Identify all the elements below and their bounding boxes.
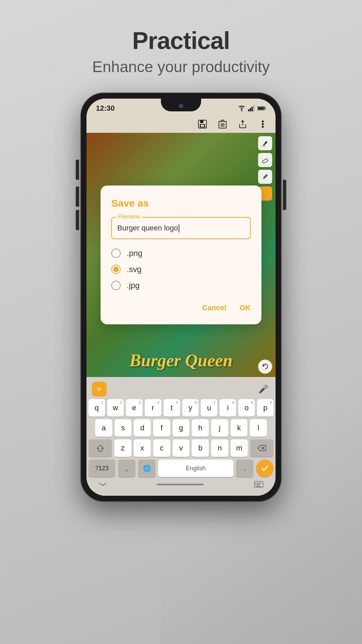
key-v[interactable]: v — [173, 439, 190, 457]
svg-point-1 — [241, 110, 242, 111]
phone-mockup: 12:30 — [77, 93, 285, 502]
svg-rect-8 — [258, 107, 264, 110]
svg-point-21 — [262, 123, 264, 125]
key-m[interactable]: m — [231, 439, 248, 457]
more-icon — [261, 120, 264, 128]
more-options-button[interactable] — [257, 118, 269, 130]
save-icon — [198, 119, 207, 129]
share-icon — [238, 119, 247, 129]
keyboard-mic-button[interactable]: 🎤 — [257, 382, 270, 396]
svg-rect-15 — [221, 120, 224, 121]
save-toolbar-button[interactable] — [196, 118, 208, 130]
app-toolbar — [86, 115, 276, 133]
status-time: 12:30 — [96, 104, 115, 113]
header-section: Practical Enhance your productivity — [92, 27, 269, 76]
svg-rect-37 — [256, 486, 261, 487]
key-i[interactable]: 8i — [220, 399, 236, 417]
key-h[interactable]: h — [192, 419, 209, 437]
globe-key[interactable]: 🌐 — [138, 460, 156, 477]
svg-marker-26 — [97, 445, 104, 451]
key-r[interactable]: 4r — [145, 399, 161, 417]
backspace-key[interactable] — [250, 439, 274, 457]
key-c[interactable]: c — [153, 439, 170, 457]
share-toolbar-button[interactable] — [237, 118, 249, 130]
key-p[interactable]: 0p — [257, 399, 274, 417]
svg-rect-31 — [257, 483, 258, 484]
key-n[interactable]: n — [211, 439, 228, 457]
signal-icon — [248, 105, 255, 111]
keyboard-row-3: z x c v b n m — [88, 439, 274, 457]
cancel-button[interactable]: Cancel — [202, 301, 226, 315]
key-u[interactable]: 7u — [201, 399, 217, 417]
key-y[interactable]: 6y — [182, 399, 199, 417]
svg-rect-36 — [259, 484, 260, 485]
radio-svg[interactable] — [111, 265, 121, 274]
key-b[interactable]: b — [192, 439, 209, 457]
format-option-jpg[interactable]: .jpg — [111, 281, 251, 290]
format-option-png[interactable]: .png — [111, 249, 251, 258]
key-g[interactable]: g — [173, 419, 190, 437]
battery-icon — [257, 106, 266, 111]
svg-rect-35 — [257, 484, 258, 485]
key-e[interactable]: 3e — [126, 399, 142, 417]
keyboard-arrow-button[interactable]: > — [92, 382, 107, 396]
key-d[interactable]: d — [134, 419, 151, 437]
shift-icon — [96, 444, 104, 452]
front-camera — [179, 104, 183, 108]
page-subtitle: Enhance your productivity — [92, 58, 269, 76]
keyboard-section: > 🎤 1q 2w 3e 4r 5t 6y 7u 8i 9o 0p — [86, 377, 276, 496]
emoji-key[interactable]: , — [118, 460, 135, 477]
keyboard-layout-icon[interactable] — [254, 481, 263, 488]
ok-button[interactable]: OK — [240, 301, 251, 315]
key-j[interactable]: j — [211, 419, 228, 437]
shift-key[interactable] — [88, 439, 112, 457]
filename-input[interactable]: Burger queen logo — [111, 217, 251, 239]
radio-jpg[interactable] — [111, 281, 121, 290]
radio-png[interactable] — [111, 249, 121, 258]
key-a[interactable]: a — [95, 419, 112, 437]
key-z[interactable]: z — [114, 439, 131, 457]
svg-rect-33 — [260, 483, 261, 484]
status-icons — [238, 105, 266, 111]
radio-svg-dot — [113, 267, 119, 272]
svg-rect-34 — [255, 484, 256, 485]
svg-marker-0 — [240, 108, 243, 110]
key-k[interactable]: k — [231, 419, 248, 437]
svg-rect-5 — [253, 105, 254, 111]
svg-rect-10 — [200, 120, 203, 123]
svg-point-22 — [262, 126, 264, 128]
key-t[interactable]: 5t — [164, 399, 180, 417]
key-l[interactable]: l — [250, 419, 267, 437]
period-key[interactable]: . — [236, 460, 253, 477]
phone-bottom-bar — [88, 478, 274, 492]
svg-rect-4 — [251, 107, 253, 111]
keyboard-top-bar: > 🎤 — [88, 380, 274, 399]
canvas-area: Burger Queen Save as Filename — [86, 133, 276, 377]
key-f[interactable]: f — [153, 419, 170, 437]
svg-rect-7 — [265, 108, 266, 109]
enter-key[interactable] — [256, 460, 274, 477]
svg-point-20 — [262, 120, 264, 122]
key-s[interactable]: s — [115, 419, 132, 437]
wifi-icon — [238, 105, 245, 111]
svg-rect-3 — [250, 108, 251, 111]
label-png: .png — [127, 249, 142, 258]
keyboard-bottom-row: ?123 , 🌐 English . — [88, 460, 274, 477]
key-o[interactable]: 9o — [238, 399, 255, 417]
chevron-down-icon[interactable] — [99, 482, 107, 487]
key-x[interactable]: x — [134, 439, 151, 457]
keyboard-icon — [254, 481, 263, 488]
numeric-key[interactable]: ?123 — [88, 460, 115, 477]
page-title: Practical — [92, 27, 269, 54]
keyboard-row-2: a s d f g h j k l — [88, 419, 274, 437]
delete-toolbar-button[interactable] — [217, 118, 229, 130]
svg-rect-12 — [201, 125, 204, 127]
phone-screen: 12:30 — [86, 99, 276, 496]
format-option-svg[interactable]: .svg — [111, 265, 251, 274]
phone-notch — [161, 99, 201, 111]
spacebar-key[interactable]: English — [158, 460, 233, 477]
key-w[interactable]: 2w — [107, 399, 124, 417]
label-svg: .svg — [127, 265, 141, 274]
key-q[interactable]: 1q — [88, 399, 105, 417]
filename-field-wrapper: Filename Burger queen logo — [111, 217, 251, 239]
